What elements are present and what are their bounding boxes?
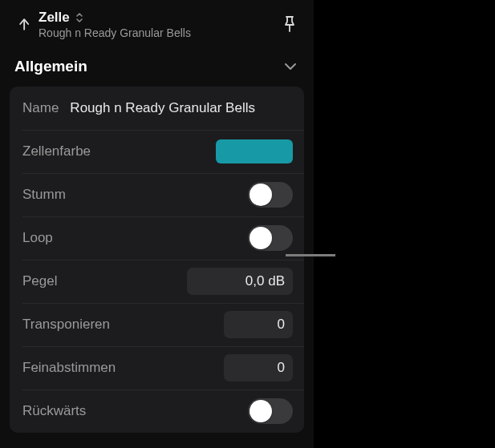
inspector-panel: Zelle Rough n Ready Granular Bells [0, 0, 314, 448]
value-finetune[interactable]: 0 [224, 354, 293, 381]
row-color: Zellenfarbe [10, 130, 304, 173]
row-transpose: Transponieren 0 [10, 303, 304, 346]
header-subtitle: Rough n Ready Granular Bells [39, 26, 278, 39]
label-reverse: Rückwärts [22, 403, 86, 419]
chevron-down-icon [283, 62, 298, 71]
toggle-mute[interactable] [248, 182, 293, 208]
section-title: Allgemein [14, 58, 87, 75]
label-mute: Stumm [22, 187, 66, 203]
label-loop: Loop [22, 230, 53, 246]
nav-up-button[interactable] [14, 14, 35, 34]
label-name: Name [22, 100, 59, 116]
value-transpose[interactable]: 0 [224, 311, 293, 338]
up-down-icon[interactable] [75, 12, 84, 23]
row-name: Name Rough n Ready Granular Bells [10, 87, 304, 130]
label-level: Pegel [22, 273, 57, 289]
callout-line [286, 254, 335, 256]
stage: Zelle Rough n Ready Granular Bells [0, 0, 495, 448]
color-swatch[interactable] [216, 139, 293, 163]
row-reverse: Rückwärts [10, 389, 304, 433]
label-finetune: Feinabstimmen [22, 360, 116, 376]
section-header-general[interactable]: Allgemein [0, 48, 314, 85]
panel-header: Zelle Rough n Ready Granular Bells [0, 0, 314, 48]
row-finetune: Feinabstimmen 0 [10, 346, 304, 389]
toggle-reverse[interactable] [248, 398, 293, 424]
row-loop: Loop [10, 216, 304, 260]
header-text: Zelle Rough n Ready Granular Bells [39, 10, 278, 39]
arrow-up-left-icon [17, 16, 33, 32]
value-name[interactable]: Rough n Ready Granular Bells [70, 100, 255, 116]
value-level[interactable]: 0,0 dB [187, 268, 293, 295]
pin-icon [282, 15, 298, 33]
general-group: Name Rough n Ready Granular Bells Zellen… [10, 87, 304, 433]
row-mute: Stumm [10, 173, 304, 216]
pin-button[interactable] [278, 13, 301, 35]
toggle-loop[interactable] [248, 225, 293, 251]
header-title: Zelle [39, 10, 70, 26]
label-transpose: Transponieren [22, 317, 110, 333]
row-level: Pegel 0,0 dB [10, 260, 304, 303]
label-color: Zellenfarbe [22, 143, 91, 159]
